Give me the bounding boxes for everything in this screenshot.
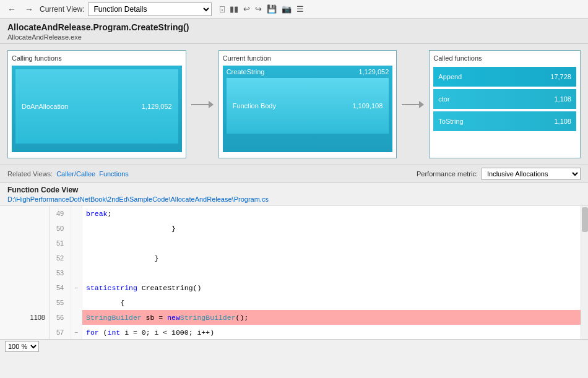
calling-panel: Calling functions DoAnAllocation 1,129,0…	[7, 50, 186, 158]
code-line-54: static string CreateString()	[82, 280, 581, 295]
current-func-body: Function Body 1,109,108	[227, 78, 389, 134]
code-line-55: {	[82, 295, 581, 310]
zoom-select[interactable]: 100 %	[5, 341, 39, 352]
called-func-ctor-name: ctor	[438, 95, 449, 103]
alloc-55	[0, 295, 49, 310]
alloc-51	[0, 236, 49, 251]
alloc-53	[0, 265, 49, 280]
fold-55	[71, 295, 82, 310]
filter-icon[interactable]: ⌺	[218, 3, 227, 15]
code-view: Function Code View D:\HighPerformanceDot…	[0, 183, 588, 339]
fold-52	[71, 251, 82, 265]
toolbar-icons: ⌺ ▮▮ ↩ ↪ 💾 📷 ☰	[218, 3, 306, 15]
called-func-append-value: 17,728	[550, 73, 571, 80]
calling-func-name: DoAnAllocation	[22, 103, 68, 110]
called-panel-title: Called functions	[433, 54, 576, 62]
alloc-50	[0, 221, 49, 236]
called-func-ctor-value: 1,108	[554, 95, 571, 103]
alloc-57	[0, 325, 49, 339]
called-func-tostring: ToString 1,108	[433, 111, 576, 131]
fold-53	[71, 265, 82, 280]
called-func-append: Append 17,728	[433, 67, 576, 87]
current-panel: Current function CreateString 1,129,052 …	[218, 50, 397, 158]
page-title: AllocateAndRelease.Program.CreateString(…	[7, 22, 581, 32]
alloc-52	[0, 251, 49, 265]
linenum-49: 49	[50, 206, 71, 221]
fold-56	[71, 310, 82, 325]
camera-icon[interactable]: 📷	[280, 3, 293, 15]
current-func-value: 1,129,052	[358, 68, 389, 75]
linenum-54: 54	[50, 280, 71, 295]
columns-icon[interactable]: ☰	[295, 3, 306, 15]
linenum-53: 53	[50, 265, 71, 280]
fold-49	[71, 206, 82, 221]
called-func-ctor: ctor 1,108	[433, 89, 576, 109]
called-func-tostring-name: ToString	[438, 118, 463, 125]
back-trace-icon[interactable]: ↩	[241, 3, 252, 15]
current-panel-title: Current function	[223, 54, 393, 62]
code-line-col: 49 50 51 52 53 54 55 56 57 58 59 60 61	[50, 206, 71, 339]
linenum-55: 55	[50, 295, 71, 310]
code-header: Function Code View D:\HighPerformanceDot…	[0, 183, 588, 206]
current-view-label: Current View:	[40, 5, 84, 14]
page-subtitle: AllocateAndRelease.exe	[7, 33, 581, 41]
fold-57[interactable]: −	[71, 325, 82, 339]
functions-link[interactable]: Functions	[99, 170, 129, 178]
related-left: Related Views: Caller/Callee Functions	[7, 170, 129, 178]
svg-marker-1	[209, 101, 214, 108]
code-content-col: break; } } static string CreateString() …	[82, 206, 581, 339]
calling-panel-title: Calling functions	[12, 54, 182, 62]
func-body-value: 1,109,108	[352, 102, 383, 110]
code-alloc-col: 1108 1125728 1108	[0, 206, 50, 339]
perf-metric-label: Performance metric:	[417, 170, 478, 178]
flame-area: Calling functions DoAnAllocation 1,129,0…	[0, 44, 588, 165]
caller-callee-link[interactable]: Caller/Callee	[56, 170, 95, 178]
toolbar: ← → Current View: Function Details ⌺ ▮▮ …	[0, 0, 588, 19]
linenum-52: 52	[50, 251, 71, 265]
linenum-57: 57	[50, 325, 71, 339]
code-fold-col: − −	[71, 206, 82, 339]
code-body: 1108 1125728 1108 49 50 51 52 53 54 55 5…	[0, 206, 588, 339]
forward-trace-icon[interactable]: ↪	[253, 3, 264, 15]
fold-50	[71, 221, 82, 236]
arrow-calling-current	[186, 97, 218, 112]
back-button[interactable]: ←	[5, 3, 19, 15]
arrow-current-called	[397, 97, 429, 112]
scrollbar-thumb[interactable]	[582, 207, 588, 232]
vertical-scrollbar[interactable]	[581, 206, 588, 339]
called-func-tostring-value: 1,108	[554, 118, 571, 125]
current-func-name: CreateString	[227, 68, 265, 75]
related-bar: Related Views: Caller/Callee Functions P…	[0, 165, 588, 183]
calling-func-value: 1,129,052	[142, 103, 172, 110]
fold-51	[71, 236, 82, 251]
code-line-51	[82, 236, 581, 251]
save-icon[interactable]: 💾	[265, 3, 279, 15]
code-filepath: D:\HighPerformanceDotNetBook\2ndEd\Sampl…	[7, 195, 581, 203]
page-header: AllocateAndRelease.Program.CreateString(…	[0, 19, 588, 44]
alloc-54	[0, 280, 49, 295]
status-bar: 100 %	[0, 339, 588, 353]
pause-icon[interactable]: ▮▮	[228, 3, 240, 15]
called-panel: Called functions Append 17,728 ctor 1,10…	[429, 50, 581, 158]
func-body-label: Function Body	[233, 102, 276, 110]
fold-54[interactable]: −	[71, 280, 82, 295]
code-line-49: break;	[82, 206, 581, 221]
code-view-title: Function Code View	[7, 186, 581, 194]
code-line-57: for (int i = 0; i < 1000; i++)	[82, 325, 581, 339]
alloc-49	[0, 206, 49, 221]
related-views-label: Related Views:	[7, 170, 53, 178]
flame-panels: Calling functions DoAnAllocation 1,129,0…	[7, 50, 581, 158]
called-func-append-name: Append	[438, 73, 462, 80]
code-line-50: }	[82, 221, 581, 236]
forward-button[interactable]: →	[22, 3, 36, 15]
perf-metric-select[interactable]: Inclusive Allocations Exclusive Allocati…	[482, 168, 581, 180]
code-line-53	[82, 265, 581, 280]
code-line-52: }	[82, 251, 581, 265]
linenum-51: 51	[50, 236, 71, 251]
current-func-header: CreateString 1,129,052	[227, 68, 389, 75]
related-right: Performance metric: Inclusive Allocation…	[417, 168, 581, 180]
view-select[interactable]: Function Details	[88, 2, 212, 16]
alloc-56: 1108	[0, 310, 49, 325]
current-panel-outer: CreateString 1,129,052 Function Body 1,1…	[223, 66, 393, 152]
svg-marker-3	[419, 101, 424, 108]
